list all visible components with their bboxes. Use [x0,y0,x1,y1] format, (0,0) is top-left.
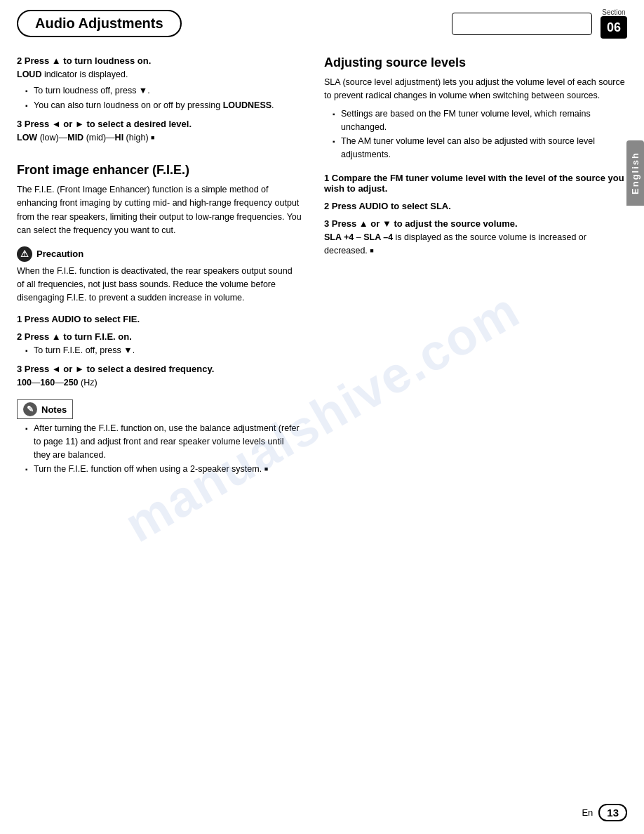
main-content: 2 Press ▲ to turn loudness on. LOUD indi… [0,44,644,482]
section-label: Section [602,8,625,16]
sla-step3: 3 Press ▲ or ▼ to adjust the source volu… [324,218,627,258]
sla-step1: 1 Compare the FM tuner volume level with… [324,173,627,194]
notes-icon: ✎ [23,402,37,416]
section-badge: Section 06 [601,8,627,39]
sla-step3-header: 3 Press ▲ or ▼ to adjust the source volu… [324,218,627,229]
sla-bullet2: The AM tuner volume level can also be ad… [333,135,627,161]
loudness-step3: 3 Press ◄ or ► to select a desired level… [17,119,302,145]
notes-bullet1: After turning the F.I.E. function on, us… [25,422,302,461]
notes-bullet2: Turn the F.I.E. function off when using … [25,463,302,476]
sla-bullets: Settings are based on the FM tuner volum… [324,107,627,161]
loudness-step3-body: LOW (low)—MID (mid)—HI (high) ■ [17,131,302,145]
fie-step3-header: 3 Press ◄ or ► to select a desired frequ… [17,364,302,374]
page-number: 13 [598,804,627,821]
notes-box: ✎ Notes After turning the F.I.E. functio… [17,399,302,476]
fie-heading: Front image enhancer (F.I.E.) [17,163,302,178]
loudness-step2-body: LOUD indicator is displayed. [17,68,302,81]
fie-step2-header: 2 Press ▲ to turn F.I.E. on. [17,331,302,342]
loudness-step2-header: 2 Press ▲ to turn loudness on. [17,55,302,66]
fie-body: The F.I.E. (Front Image Enhancer) functi… [17,183,302,238]
fie-step3-body: 100—160—250 (Hz) [17,376,302,390]
sla-step1-header: 1 Compare the FM tuner volume level with… [324,173,627,194]
fie-step3: 3 Press ◄ or ► to select a desired frequ… [17,364,302,390]
fie-step2: 2 Press ▲ to turn F.I.E. on. To turn F.I… [17,331,302,357]
notes-title: ✎ Notes [17,399,73,419]
loudness-bullet1: To turn loudness off, press ▼. [25,84,302,98]
right-column: Adjusting source levels SLA (source leve… [318,55,627,482]
page-title: Audio Adjustments [17,10,182,37]
header-right: Section 06 [452,8,627,39]
precaution-icon: ⚠ [17,246,32,262]
page-header: Audio Adjustments Section 06 [0,0,644,44]
sla-step3-body: SLA +4 – SLA –4 is displayed as the sour… [324,231,627,258]
precaution-body: When the F.I.E. function is deactivated,… [17,265,302,305]
sla-bullet1: Settings are based on the FM tuner volum… [333,107,627,134]
fie-step1-header: 1 Press AUDIO to select FIE. [17,314,302,324]
precaution-title: ⚠ Precaution [17,246,302,262]
sla-step2: 2 Press AUDIO to select SLA. [324,201,627,211]
english-language-tab: English [626,140,644,206]
header-left: Audio Adjustments [17,10,182,37]
sla-intro: SLA (source level adjustment) lets you a… [324,76,627,103]
loudness-bullet2: You can also turn loudness on or off by … [25,99,302,112]
loudness-step2-bullets: To turn loudness off, press ▼. You can a… [17,84,302,112]
search-input[interactable] [452,13,592,35]
fie-step2-bullet: To turn F.I.E. off, press ▼. [25,344,302,357]
page-footer: En 13 [582,804,627,821]
section-number: 06 [601,16,627,39]
sla-step2-header: 2 Press AUDIO to select SLA. [324,201,627,211]
loudness-step2: 2 Press ▲ to turn loudness on. LOUD indi… [17,55,302,112]
fie-step1: 1 Press AUDIO to select FIE. [17,314,302,324]
sla-heading: Adjusting source levels [324,55,627,70]
loudness-step3-header: 3 Press ◄ or ► to select a desired level… [17,119,302,129]
fie-step2-bullets: To turn F.I.E. off, press ▼. [17,344,302,357]
en-label: En [582,807,593,818]
precaution-box: ⚠ Precaution When the F.I.E. function is… [17,246,302,305]
notes-bullets: After turning the F.I.E. function on, us… [17,422,302,476]
left-column: 2 Press ▲ to turn loudness on. LOUD indi… [17,55,318,482]
